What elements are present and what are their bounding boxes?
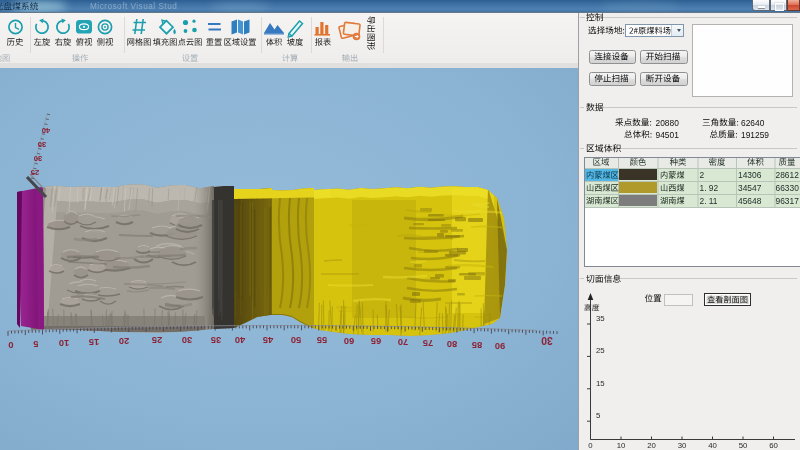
svg-text:50: 50 (739, 441, 748, 450)
svg-text:15: 15 (596, 379, 605, 388)
svg-text:30: 30 (34, 154, 43, 163)
svg-text:30: 30 (182, 335, 192, 346)
svg-text:5: 5 (33, 339, 38, 350)
svg-text:35: 35 (596, 314, 605, 323)
svg-text:30: 30 (541, 335, 553, 346)
svg-text:25: 25 (30, 168, 39, 177)
svg-text:25: 25 (596, 346, 605, 355)
svg-text:40: 40 (235, 335, 245, 346)
svg-text:60: 60 (769, 441, 778, 450)
svg-text:14306: 14306 (738, 170, 762, 180)
svg-text:0: 0 (588, 441, 593, 450)
svg-text:35: 35 (37, 140, 46, 149)
svg-text:90: 90 (495, 341, 505, 352)
svg-text:2. 11: 2. 11 (700, 196, 718, 206)
svg-text:10: 10 (59, 338, 69, 349)
svg-text:50: 50 (291, 335, 301, 346)
svg-text:5: 5 (596, 411, 601, 420)
svg-text:40: 40 (42, 126, 51, 135)
svg-text:28612: 28612 (776, 170, 800, 180)
svg-text:65: 65 (371, 336, 381, 347)
svg-text:30: 30 (678, 441, 687, 450)
svg-text:96317: 96317 (776, 196, 800, 206)
svg-text:45648: 45648 (738, 196, 762, 206)
svg-text:66330: 66330 (776, 183, 800, 193)
svg-text:85: 85 (472, 340, 482, 351)
svg-text:20880: 20880 (656, 118, 680, 128)
svg-text:20: 20 (119, 336, 129, 347)
svg-text:60: 60 (344, 336, 354, 347)
svg-text:0: 0 (8, 340, 13, 351)
svg-text:25: 25 (152, 335, 162, 346)
svg-text:55: 55 (317, 335, 327, 346)
svg-text:40: 40 (708, 441, 717, 450)
svg-text:80: 80 (447, 339, 457, 350)
svg-text:2: 2 (700, 170, 705, 180)
svg-text:94501: 94501 (656, 130, 680, 140)
svg-text:70: 70 (398, 337, 408, 348)
svg-text:62640: 62640 (741, 118, 765, 128)
svg-text:20: 20 (647, 441, 656, 450)
svg-text:34547: 34547 (738, 183, 762, 193)
svg-text:191259: 191259 (741, 130, 769, 140)
svg-text:35: 35 (211, 335, 221, 346)
svg-text:45: 45 (263, 335, 273, 346)
svg-text:10: 10 (617, 441, 626, 450)
svg-text:75: 75 (423, 338, 433, 349)
svg-text:15: 15 (89, 337, 99, 348)
svg-text:Microsoft Visual Stud: Microsoft Visual Stud (90, 2, 177, 11)
svg-text:1. 92: 1. 92 (700, 183, 719, 193)
